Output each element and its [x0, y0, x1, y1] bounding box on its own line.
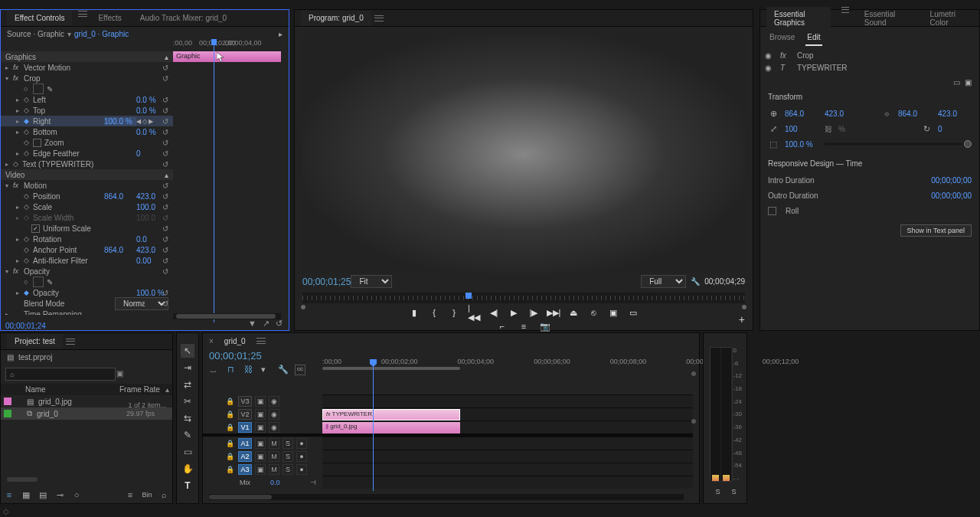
- reset-icon[interactable]: ↺: [162, 96, 168, 104]
- panel-menu-icon[interactable]: [256, 338, 266, 344]
- stopwatch-icon[interactable]: ◇: [24, 257, 33, 264]
- twirl-icon[interactable]: ▸: [16, 107, 24, 114]
- stopwatch-icon[interactable]: ◆: [24, 117, 33, 125]
- reset-icon[interactable]: ↺: [162, 117, 168, 126]
- stopwatch-icon[interactable]: ◇: [24, 139, 33, 146]
- track-v2-body[interactable]: fx TYPEWRITER: [322, 407, 693, 420]
- toggle-sync-lock-icon[interactable]: ◉: [269, 409, 279, 420]
- sort-icons-icon[interactable]: ○: [71, 489, 82, 500]
- program-viewer[interactable]: [302, 34, 745, 273]
- track-mix-body[interactable]: [322, 476, 693, 489]
- twirl-icon[interactable]: ▸: [16, 129, 24, 136]
- lock-track-icon[interactable]: 🔒: [226, 398, 235, 405]
- toggle-track-output-icon[interactable]: ▣: [255, 464, 266, 475]
- visibility-toggle-icon[interactable]: ◉: [765, 51, 774, 60]
- mask-pen-icon[interactable]: ✎: [47, 85, 53, 93]
- track-v3-target[interactable]: V3: [238, 396, 252, 407]
- filter-bin-icon[interactable]: ▣: [116, 369, 123, 378]
- eg-anchor-x[interactable]: 864.0: [898, 110, 932, 118]
- track-a1-target[interactable]: A1: [238, 438, 252, 449]
- stopwatch-icon[interactable]: ◇: [13, 160, 22, 168]
- ec-timecode[interactable]: 00;00;01;24: [5, 322, 46, 330]
- mask-rect-icon[interactable]: [33, 276, 44, 287]
- layer-typewriter[interactable]: TYPEWRITER: [797, 64, 848, 72]
- sequence-tab[interactable]: grid_0: [217, 334, 253, 348]
- twirl-icon[interactable]: ▾: [5, 268, 13, 275]
- lock-track-icon[interactable]: 🔒: [226, 453, 235, 460]
- add-keyframe-icon[interactable]: ◇: [142, 118, 147, 125]
- eg-position-x[interactable]: 864.0: [785, 110, 818, 118]
- tab-effects[interactable]: Effects: [90, 11, 129, 25]
- source-dropdown-icon[interactable]: ▾: [67, 30, 71, 38]
- ec-clip-bar[interactable]: Graphic: [173, 51, 281, 62]
- show-in-text-panel-button[interactable]: Show in Text panel: [900, 224, 972, 237]
- twirl-icon[interactable]: ▸: [16, 236, 24, 243]
- solo-track-icon[interactable]: S: [283, 464, 293, 475]
- stopwatch-icon[interactable]: ◇: [24, 192, 33, 200]
- position-x[interactable]: 864.0: [104, 192, 136, 201]
- stopwatch-icon[interactable]: ◇: [24, 149, 33, 157]
- reset-icon[interactable]: ↺: [162, 64, 168, 72]
- twirl-icon[interactable]: ▸: [5, 311, 13, 316]
- zoom-checkbox[interactable]: [33, 139, 41, 147]
- lock-track-icon[interactable]: 🔒: [226, 411, 235, 418]
- timeline-playhead[interactable]: [373, 359, 374, 491]
- visibility-toggle-icon[interactable]: ◉: [765, 64, 774, 72]
- track-v3-body[interactable]: [322, 394, 693, 407]
- mask-ellipse-icon[interactable]: ○: [24, 278, 33, 286]
- reset-icon[interactable]: ↺: [162, 289, 168, 297]
- reset-icon[interactable]: ↺: [162, 235, 168, 244]
- reset-icon[interactable]: ↺: [162, 299, 168, 308]
- timeline-timecode[interactable]: 00;00;01;25: [209, 350, 262, 362]
- tab-essential-sound[interactable]: Essential Sound: [857, 7, 915, 30]
- eg-rotation[interactable]: 0: [938, 125, 972, 133]
- twirl-icon[interactable]: ▸: [16, 97, 24, 103]
- ec-timeline-ruler[interactable]: :00,0000;00;02,0000;00;04,00: [173, 39, 286, 51]
- record-icon[interactable]: ●: [296, 451, 307, 462]
- roll-checkbox[interactable]: [768, 207, 776, 215]
- section-collapse-icon[interactable]: ▴: [165, 171, 168, 179]
- work-area-bar[interactable]: [322, 367, 460, 370]
- eg-position-y[interactable]: 423.0: [825, 110, 858, 118]
- list-view-icon[interactable]: ≡: [4, 489, 15, 500]
- column-frame-rate[interactable]: Frame Rate: [119, 385, 165, 394]
- section-collapse-icon[interactable]: ▴: [165, 53, 168, 61]
- column-name[interactable]: Name: [25, 385, 119, 394]
- mute-track-icon[interactable]: M: [269, 438, 279, 449]
- tab-project[interactable]: Project: test: [7, 334, 63, 348]
- panel-menu-icon[interactable]: [374, 15, 384, 21]
- reset-icon[interactable]: ↺: [162, 267, 168, 276]
- project-search-input[interactable]: [5, 368, 116, 381]
- twirl-icon[interactable]: ▸: [16, 257, 24, 264]
- horizontal-scrollbar[interactable]: [7, 477, 38, 482]
- subtab-browse[interactable]: Browse: [768, 30, 796, 46]
- stopwatch-icon[interactable]: ◆: [24, 289, 33, 296]
- mask-ellipse-icon[interactable]: ○: [24, 85, 33, 93]
- tab-program[interactable]: Program: grid_0: [301, 11, 371, 25]
- toggle-sync-lock-icon[interactable]: ◉: [269, 396, 279, 407]
- panel-menu-icon[interactable]: [841, 7, 848, 13]
- clip-grid0[interactable]: ▮ grid_0.jpg: [322, 422, 460, 434]
- tab-effect-controls[interactable]: Effect Controls: [7, 11, 72, 25]
- mask-pen-icon[interactable]: ✎: [47, 278, 53, 286]
- resolution-select[interactable]: Full: [641, 275, 686, 288]
- track-a3-body[interactable]: [322, 463, 693, 476]
- twirl-icon[interactable]: ▸: [16, 204, 24, 211]
- toggle-track-output-icon[interactable]: ▣: [255, 451, 266, 462]
- label-color-swatch[interactable]: [4, 410, 11, 417]
- eg-anchor-y[interactable]: 423.0: [938, 110, 972, 118]
- layer-crop[interactable]: Crop: [797, 51, 814, 60]
- track-select-tool-icon[interactable]: ⇥: [181, 361, 194, 375]
- toggle-sync-lock-icon[interactable]: ◉: [269, 422, 279, 433]
- pin-icon[interactable]: ↗: [263, 319, 270, 329]
- blend-mode-select[interactable]: Normal: [115, 297, 168, 310]
- record-icon[interactable]: ●: [296, 438, 307, 449]
- mask-rect-icon[interactable]: [33, 83, 44, 94]
- stopwatch-icon[interactable]: ◇: [24, 128, 33, 136]
- ec-playhead[interactable]: [214, 39, 214, 322]
- find-icon[interactable]: ⌕: [158, 489, 169, 500]
- lock-track-icon[interactable]: 🔒: [226, 440, 235, 447]
- reset-icon[interactable]: ↺: [162, 203, 168, 211]
- filter-icon[interactable]: ▼: [248, 319, 256, 329]
- record-icon[interactable]: ●: [296, 464, 307, 475]
